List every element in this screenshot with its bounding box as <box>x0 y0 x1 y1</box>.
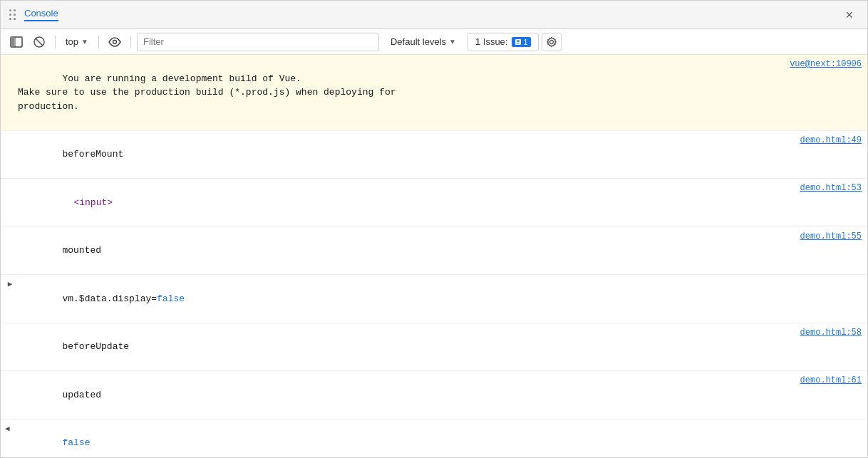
clear-icon <box>33 36 45 48</box>
context-selector[interactable]: top ▼ <box>61 33 93 51</box>
console-row-false: ◀ false <box>1 420 867 458</box>
vm-data-false: false <box>157 293 185 304</box>
console-message-vm-data: vm.$data.display=false <box>18 278 862 320</box>
chevron-down-icon: ▼ <box>81 38 88 46</box>
devtools-panel: Console × top ▼ <box>0 0 868 458</box>
console-tab[interactable]: Console <box>24 8 58 21</box>
toolbar-divider-2 <box>98 36 99 48</box>
console-row-mounted: mounted demo.html:55 <box>1 227 867 276</box>
console-row-input-tag: <input> demo.html:53 <box>1 179 867 227</box>
svg-rect-7 <box>517 40 520 41</box>
sidebar-toggle-icon <box>10 36 23 48</box>
close-button[interactable]: × <box>839 6 859 24</box>
console-row-before-mount: beforeMount demo.html:49 <box>1 131 867 179</box>
vm-data-text: vm.$data.display= <box>62 293 157 304</box>
expand-arrow-vm-data[interactable]: ▶ <box>5 279 15 288</box>
before-mount-text: beforeMount <box>62 149 123 160</box>
before-update-source[interactable]: demo.html:58 <box>800 328 862 338</box>
collapse-arrow-false[interactable]: ◀ <box>5 424 10 433</box>
before-update-text: beforeUpdate <box>62 341 129 352</box>
live-expressions-button[interactable] <box>105 33 125 51</box>
title-bar: Console × <box>1 1 867 29</box>
clear-console-button[interactable] <box>29 33 49 51</box>
toolbar-divider-3 <box>130 36 131 48</box>
svg-rect-8 <box>517 41 520 42</box>
updated-source[interactable]: demo.html:61 <box>800 375 862 385</box>
console-message-input-tag: <input> <box>29 182 792 224</box>
issues-badge: 1 <box>512 37 530 47</box>
false-value-text: false <box>62 437 90 448</box>
vue-warning-source[interactable]: vue@next:10906 <box>790 59 862 69</box>
console-message-mounted: mounted <box>18 230 792 272</box>
drag-handle <box>9 9 16 20</box>
issues-label: 1 Issue: <box>475 36 508 47</box>
console-message-updated: updated <box>18 374 792 416</box>
filter-input[interactable] <box>137 33 379 51</box>
console-row-before-update: beforeUpdate demo.html:58 <box>1 323 867 372</box>
toolbar-divider-1 <box>55 36 56 48</box>
input-tag-source[interactable]: demo.html:53 <box>800 183 862 193</box>
log-levels-button[interactable]: Default levels ▼ <box>385 33 462 51</box>
chevron-down-levels-icon: ▼ <box>449 38 456 46</box>
console-message-before-mount: beforeMount <box>18 134 792 176</box>
issues-count: 1 <box>523 38 527 46</box>
console-message-before-update: beforeUpdate <box>18 326 792 368</box>
svg-point-10 <box>549 40 553 43</box>
console-message-vue-warning: You are running a development build of V… <box>18 58 781 127</box>
console-output: You are running a development build of V… <box>1 55 867 457</box>
context-label: top <box>66 36 78 47</box>
eye-icon <box>108 37 121 47</box>
sidebar-toggle-button[interactable] <box>6 33 26 51</box>
updated-text: updated <box>62 390 101 400</box>
vue-warning-text: You are running a development build of V… <box>18 73 396 112</box>
svg-rect-1 <box>11 37 14 47</box>
svg-rect-9 <box>517 43 520 43</box>
levels-label: Default levels <box>391 36 446 47</box>
settings-button[interactable] <box>542 33 562 51</box>
svg-point-5 <box>113 40 116 43</box>
console-row-updated: updated demo.html:61 <box>1 371 867 420</box>
before-mount-source[interactable]: demo.html:49 <box>800 135 862 145</box>
mounted-text: mounted <box>62 245 101 256</box>
mounted-source[interactable]: demo.html:55 <box>800 231 862 241</box>
console-row-vm-data: ▶ vm.$data.display=false <box>1 275 867 323</box>
svg-line-4 <box>36 38 43 46</box>
input-tag-text: <input> <box>73 197 113 208</box>
console-row-vue-warning: You are running a development build of V… <box>1 55 867 131</box>
gear-icon <box>546 36 557 48</box>
issues-button[interactable]: 1 Issue: 1 <box>467 33 539 51</box>
toolbar: top ▼ Default levels ▼ 1 Issue: 1 <box>1 29 867 55</box>
console-message-false: false <box>18 422 862 458</box>
